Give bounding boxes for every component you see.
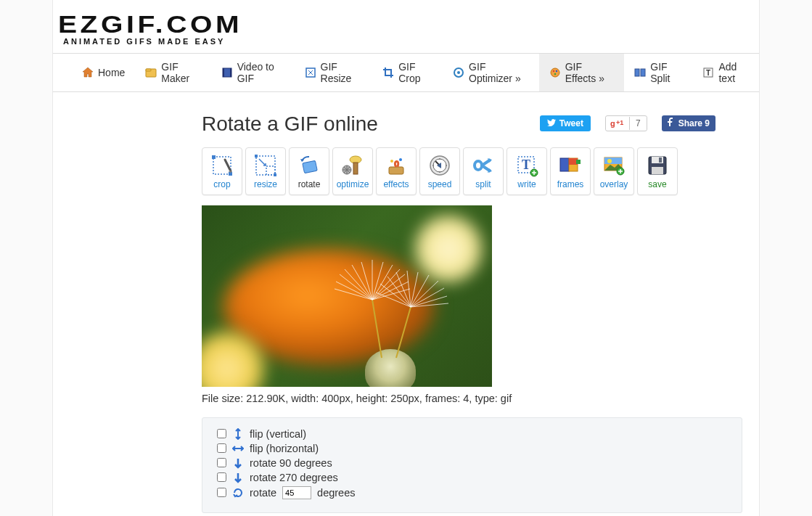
rotate-90-checkbox[interactable]	[217, 458, 226, 467]
option-label: rotate 270 degrees	[250, 472, 338, 483]
svg-rect-4	[230, 68, 231, 77]
rotate-options-panel: flip (vertical) flip (horizontal) rotate…	[202, 417, 742, 513]
speed-icon	[427, 153, 452, 178]
tool-label: effects	[383, 179, 409, 189]
tool-toolbar: crop resize rotate optimize effects spee…	[202, 147, 759, 195]
flip-horizontal-icon	[232, 443, 244, 454]
fb-share-button[interactable]: Share 9	[662, 115, 715, 131]
tool-label: save	[648, 179, 666, 189]
nav-gif-maker[interactable]: GIF Maker	[135, 54, 210, 91]
rotate-icon	[297, 153, 321, 178]
resize-icon	[305, 67, 316, 78]
tool-crop[interactable]: crop	[202, 147, 242, 195]
effects-nav-icon	[549, 67, 561, 78]
rotate-custom-icon	[232, 487, 244, 499]
tweet-button[interactable]: Tweet	[540, 115, 591, 131]
crop-icon	[210, 153, 234, 178]
option-rotate-custom: rotate degrees	[217, 486, 727, 499]
nav-gif-effects[interactable]: GIF Effects »	[539, 54, 625, 91]
gplus-icon: g+1	[606, 117, 629, 130]
nav-gif-optimizer[interactable]: GIF Optimizer »	[443, 54, 539, 91]
fb-label: Share 9	[678, 118, 710, 128]
nav-label: GIF Crop	[398, 61, 432, 84]
svg-rect-12	[635, 69, 639, 76]
tool-label: optimize	[337, 179, 369, 189]
nav-home[interactable]: Home	[72, 54, 135, 91]
tool-label: crop	[213, 179, 230, 189]
tool-frames[interactable]: frames	[550, 147, 591, 195]
svg-line-53	[340, 274, 372, 300]
option-label: rotate 90 degrees	[250, 457, 332, 469]
nav-gif-crop[interactable]: GIF Crop	[372, 54, 443, 91]
svg-rect-20	[229, 172, 232, 176]
flip-vertical-checkbox[interactable]	[217, 429, 226, 438]
file-info: File size: 212.90K, width: 400px, height…	[202, 393, 759, 404]
nav-gif-split[interactable]: GIF Split	[624, 54, 692, 91]
svg-text:+1: +1	[616, 119, 623, 126]
main-nav: Home GIF Maker Video to GIF GIF Resize G…	[53, 53, 759, 92]
resize-tool-icon	[253, 153, 278, 178]
tool-effects[interactable]: effects	[376, 147, 417, 195]
tool-label: resize	[254, 179, 277, 189]
svg-line-69	[407, 271, 411, 307]
tool-resize[interactable]: resize	[245, 147, 286, 195]
tool-rotate[interactable]: rotate	[289, 147, 329, 195]
flip-vertical-icon	[232, 428, 244, 440]
nav-gif-resize[interactable]: GIF Resize	[295, 54, 373, 91]
option-label-suffix: degrees	[317, 487, 355, 499]
tool-split[interactable]: split	[463, 147, 504, 195]
logo: EZGIF.COM	[53, 13, 812, 36]
tool-write[interactable]: T write	[507, 147, 547, 195]
rotate-270-checkbox[interactable]	[217, 472, 226, 482]
svg-rect-43	[604, 157, 622, 164]
flip-horizontal-checkbox[interactable]	[217, 443, 226, 453]
svg-line-70	[411, 272, 418, 307]
svg-rect-48	[659, 157, 662, 163]
tool-overlay[interactable]: overlay	[594, 147, 634, 195]
header: EZGIF.COM ANIMATED GIFS MADE EASY Home G…	[53, 0, 759, 98]
tool-speed[interactable]: speed	[419, 147, 460, 195]
twitter-icon	[547, 118, 556, 128]
svg-point-7	[457, 71, 460, 74]
crop-nav-icon	[382, 67, 394, 78]
nav-add-text[interactable]: T Add text	[692, 54, 759, 91]
overlay-icon	[602, 153, 626, 178]
svg-rect-49	[652, 167, 663, 174]
content: Tweet g+1 7 Share 9 Rotate a GIF online …	[53, 98, 759, 516]
svg-point-8	[551, 68, 559, 77]
rotate-custom-checkbox[interactable]	[217, 488, 226, 497]
tool-optimize[interactable]: optimize	[332, 147, 373, 195]
option-rotate-270: rotate 270 degrees	[217, 472, 727, 483]
split-nav-icon	[634, 67, 646, 78]
write-icon: T	[514, 153, 539, 178]
option-label: flip (horizontal)	[250, 443, 319, 454]
split-icon	[471, 153, 496, 178]
nav-label: GIF Split	[650, 61, 682, 84]
gplus-button[interactable]: g+1 7	[605, 115, 647, 131]
svg-text:T: T	[706, 69, 710, 77]
svg-rect-1	[146, 69, 151, 71]
facebook-icon	[668, 118, 675, 128]
image-preview	[202, 205, 492, 387]
optimize-icon	[340, 153, 365, 178]
logo-tagline: ANIMATED GIFS MADE EASY	[53, 37, 759, 46]
nav-label: GIF Optimizer »	[469, 61, 529, 84]
nav-label: GIF Maker	[161, 61, 200, 84]
svg-point-44	[607, 159, 612, 163]
svg-line-51	[396, 307, 411, 358]
svg-point-11	[554, 73, 556, 74]
arrow-down-icon	[232, 457, 244, 469]
svg-rect-19	[212, 155, 216, 159]
nav-label: Video to GIF	[237, 61, 284, 84]
tool-label: write	[517, 179, 536, 189]
folder-icon	[145, 67, 157, 78]
svg-line-50	[372, 300, 382, 358]
option-flip-horizontal: flip (horizontal)	[217, 443, 727, 454]
nav-video-to-gif[interactable]: Video to GIF	[211, 54, 295, 91]
text-nav-icon: T	[702, 67, 714, 78]
frames-icon	[558, 153, 583, 178]
rotate-degrees-input[interactable]	[282, 486, 311, 499]
tool-save[interactable]: save	[637, 147, 678, 195]
nav-label: Home	[98, 67, 125, 78]
home-icon	[82, 67, 94, 78]
